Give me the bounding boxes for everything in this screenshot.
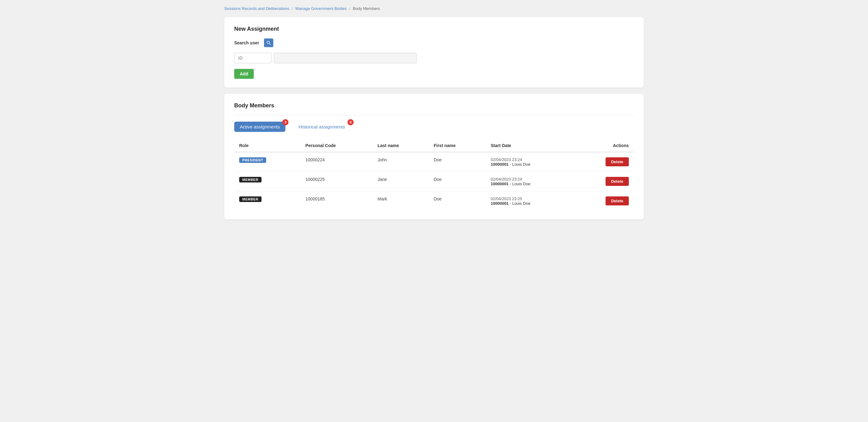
historical-assignments-badge: 0 <box>347 119 354 125</box>
breadcrumb-separator-2: / <box>349 6 350 11</box>
role-badge-2: MEMBER <box>239 197 261 202</box>
start-date-line1-0: 02/04/2023 23:24 <box>491 157 569 162</box>
search-user-button[interactable] <box>264 38 273 47</box>
cell-last-name-1: Jane <box>373 172 429 191</box>
search-icon <box>267 41 271 45</box>
cell-first-name-1: Doe <box>429 172 486 191</box>
user-id-input[interactable] <box>234 53 272 63</box>
role-badge-1: MEMBER <box>239 177 261 182</box>
cell-actions-0: Delete <box>575 152 634 172</box>
col-role: Role <box>234 139 301 152</box>
historical-assignments-label: Historical assignments <box>299 124 345 129</box>
svg-line-1 <box>269 43 271 45</box>
table-row: MEMBER 10000225 Jane Doe 02/04/2023 23:2… <box>234 172 634 191</box>
search-user-label: Search user <box>234 40 259 45</box>
breadcrumb-link-manage[interactable]: Manage Government Bodies <box>295 6 346 11</box>
cell-personal-code-2: 10000185 <box>301 191 373 211</box>
start-date-line1-2: 02/04/2023 23:25 <box>491 197 569 201</box>
cell-start-date-1: 02/04/2023 23:24 10000001 - Louis Doe <box>486 172 575 191</box>
role-badge-0: PRESIDENT <box>239 157 266 163</box>
cell-role-0: PRESIDENT <box>234 152 301 172</box>
breadcrumb-link-sessions[interactable]: Sessions Records and Deliberations <box>224 6 289 11</box>
body-members-card: Body Members Active assignments 3 Histor… <box>224 94 644 219</box>
col-start-date: Start Date <box>486 139 575 152</box>
table-row: MEMBER 10000185 Mark Doe 02/04/2023 23:2… <box>234 191 634 211</box>
start-date-line1-1: 02/04/2023 23:24 <box>491 177 569 182</box>
tab-historical-assignments[interactable]: Historical assignments 0 <box>293 122 350 132</box>
cell-first-name-2: Doe <box>429 191 486 211</box>
table-header-row: Role Personal Code Last name First name … <box>234 139 634 152</box>
cell-role-1: MEMBER <box>234 172 301 191</box>
col-last-name: Last name <box>373 139 429 152</box>
col-actions: Actions <box>575 139 634 152</box>
col-personal-code: Personal Code <box>301 139 373 152</box>
col-first-name: First name <box>429 139 486 152</box>
delete-button-1[interactable]: Delete <box>606 177 629 186</box>
body-members-title: Body Members <box>234 102 634 109</box>
breadcrumb: Sessions Records and Deliberations / Man… <box>224 6 644 11</box>
members-table: Role Personal Code Last name First name … <box>234 139 634 211</box>
cell-personal-code-1: 10000225 <box>301 172 373 191</box>
active-assignments-label: Active assignments <box>240 124 280 129</box>
delete-button-2[interactable]: Delete <box>606 197 629 205</box>
tabs-row: Active assignments 3 Historical assignme… <box>234 122 634 132</box>
cell-start-date-2: 02/04/2023 23:25 10000001 - Louis Doe <box>486 191 575 211</box>
cell-first-name-0: Doe <box>429 152 486 172</box>
user-name-input[interactable] <box>274 53 416 63</box>
cell-role-2: MEMBER <box>234 191 301 211</box>
breadcrumb-current: Body Members <box>353 6 380 11</box>
cell-last-name-0: John <box>373 152 429 172</box>
add-button[interactable]: Add <box>234 69 254 79</box>
start-date-line2-2: 10000001 - Louis Doe <box>491 201 569 206</box>
cell-actions-2: Delete <box>575 191 634 211</box>
cell-personal-code-0: 10000224 <box>301 152 373 172</box>
cell-actions-1: Delete <box>575 172 634 191</box>
new-assignment-title: New Assignment <box>234 26 634 32</box>
delete-button-0[interactable]: Delete <box>606 157 629 166</box>
cell-last-name-2: Mark <box>373 191 429 211</box>
tab-active-assignments[interactable]: Active assignments 3 <box>234 122 285 132</box>
new-assignment-card: New Assignment Search user Add <box>224 17 644 88</box>
active-assignments-badge: 3 <box>282 119 288 125</box>
cell-start-date-0: 02/04/2023 23:24 10000001 - Louis Doe <box>486 152 575 172</box>
start-date-line2-0: 10000001 - Louis Doe <box>491 162 569 167</box>
start-date-line2-1: 10000001 - Louis Doe <box>491 182 569 186</box>
breadcrumb-separator-1: / <box>292 6 293 11</box>
table-row: PRESIDENT 10000224 John Doe 02/04/2023 2… <box>234 152 634 172</box>
